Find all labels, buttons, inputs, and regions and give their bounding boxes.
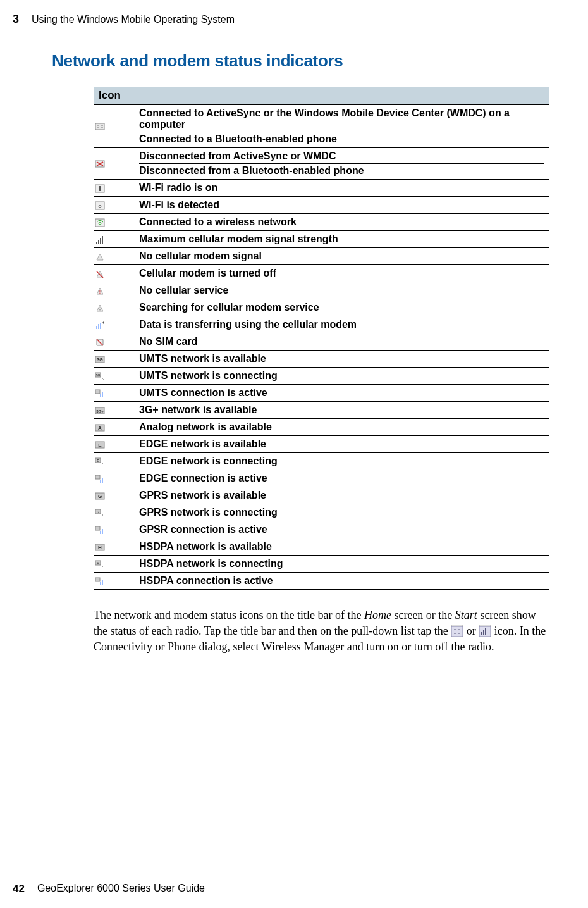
no-sim-icon	[95, 338, 105, 347]
signal-max-icon	[95, 235, 105, 244]
svg-rect-40	[102, 478, 103, 483]
svg-text:G: G	[97, 510, 99, 514]
chapter-header: 3 Using the Windows Mobile Operating Sys…	[13, 13, 550, 26]
gprs-active-icon	[95, 526, 105, 535]
umts-connecting-icon: 3G	[95, 372, 105, 381]
table-cell-desc: Disconnected from ActiveSync or WMDC	[139, 151, 544, 164]
svg-rect-61	[485, 628, 486, 635]
table-cell-desc: UMTS connection is active	[134, 385, 549, 402]
table-row: Disconnected from ActiveSync or WMDC Dis…	[94, 148, 549, 180]
table-cell-desc: Maximum cellular modem signal strength	[134, 231, 549, 248]
table-cell-desc: Connected to a Bluetooth-enabled phone	[139, 134, 544, 145]
svg-point-7	[99, 224, 101, 225]
table-row: Searching for cellular modem service	[94, 299, 549, 316]
table-row: Connected to a wireless network	[94, 214, 549, 231]
svg-rect-54	[95, 578, 100, 581]
svg-point-53	[102, 566, 103, 567]
table-cell-desc: 3G+ network is available	[134, 402, 549, 419]
svg-rect-47	[100, 531, 101, 534]
table-cell-desc: EDGE connection is active	[134, 470, 549, 487]
wifi-on-icon	[95, 184, 105, 193]
table-cell-desc: EDGE network is available	[134, 436, 549, 453]
page: 3 Using the Windows Mobile Operating Sys…	[0, 0, 588, 908]
table-row: E EDGE network is connecting	[94, 453, 549, 470]
table-cell-desc: Cellular modem is turned off	[134, 265, 549, 282]
svg-text:G: G	[98, 494, 102, 499]
table-cell-desc: No cellular service	[134, 282, 549, 299]
svg-rect-15	[96, 326, 97, 329]
svg-rect-11	[102, 236, 103, 244]
svg-text:A: A	[98, 425, 102, 431]
table-row: 3G UMTS network is connecting	[94, 368, 549, 385]
table-cell-desc: Searching for cellular modem service	[134, 299, 549, 316]
table-row: H HSDPA network is available	[94, 538, 549, 556]
gprs-connecting-icon: G	[95, 509, 105, 518]
no-service-icon: !	[95, 287, 105, 295]
table-cell-desc: No cellular modem signal	[134, 248, 549, 265]
table-cell-desc: GPRS network is connecting	[134, 504, 549, 521]
svg-rect-57	[451, 626, 463, 637]
svg-rect-16	[98, 324, 99, 329]
table-row: Wi-Fi is detected	[94, 197, 549, 214]
table-header-icon: Icon	[94, 87, 549, 105]
svg-rect-9	[98, 240, 99, 244]
table-cell-desc: No SIM card	[134, 333, 549, 351]
table-cell-desc: Wi-Fi radio is on	[134, 180, 549, 197]
svg-text:3G: 3G	[97, 358, 103, 362]
gprs-available-icon: G	[95, 492, 105, 501]
svg-rect-59	[481, 632, 482, 635]
svg-text:H: H	[97, 561, 99, 565]
table-row: 3G UMTS network is available	[94, 351, 549, 368]
table-row: H HSDPA network is connecting	[94, 556, 549, 573]
svg-rect-39	[100, 480, 101, 483]
table-cell-desc: UMTS network is available	[134, 351, 549, 368]
data-transfer-icon	[95, 321, 105, 330]
table-row: G GPRS network is available	[94, 487, 549, 504]
chapter-title: Using the Windows Mobile Operating Syste…	[32, 14, 235, 25]
svg-rect-56	[102, 580, 103, 585]
page-footer: 42 GeoExplorer 6000 Series User Guide	[13, 883, 205, 895]
svg-rect-48	[102, 529, 103, 534]
svg-text:H: H	[98, 545, 102, 550]
connectivity-icon	[451, 625, 463, 636]
svg-rect-38	[95, 475, 100, 479]
table-cell-desc: Analog network is available	[134, 419, 549, 436]
hsdpa-connecting-icon: H	[95, 560, 105, 569]
table-cell-desc: Connected to a wireless network	[134, 214, 549, 231]
svg-rect-17	[100, 323, 101, 329]
page-number: 42	[13, 883, 25, 895]
3gplus-available-icon: 3G+	[95, 406, 105, 415]
hsdpa-active-icon	[95, 577, 105, 586]
table-row: 3G+ 3G+ network is available	[94, 402, 549, 419]
umts-available-icon: 3G	[95, 355, 105, 364]
modem-off-icon	[95, 270, 105, 278]
edge-available-icon: E	[95, 440, 105, 449]
svg-rect-27	[100, 394, 101, 397]
svg-text:3G+: 3G+	[96, 409, 104, 413]
table-cell-desc: Data is transferring using the cellular …	[134, 316, 549, 333]
activesync-disconnected-icon	[95, 159, 105, 168]
svg-rect-60	[483, 630, 484, 635]
signal-none-icon	[95, 252, 105, 261]
table-row: A Analog network is available	[94, 419, 549, 436]
svg-text:E: E	[98, 442, 102, 448]
svg-rect-10	[100, 238, 101, 244]
svg-text:3G: 3G	[96, 373, 101, 377]
table-cell-desc: Wi-Fi is detected	[134, 197, 549, 214]
section-title: Network and modem status indicators	[52, 51, 550, 71]
status-icon-table: Icon Connected to ActiveSync or the Wind…	[94, 87, 549, 590]
svg-point-45	[102, 514, 103, 516]
umts-active-icon	[95, 389, 105, 398]
edge-active-icon	[95, 475, 105, 483]
table-row: Data is transferring using the cellular …	[94, 316, 549, 333]
edge-connecting-icon: E	[95, 457, 105, 466]
svg-rect-8	[96, 242, 97, 244]
table-cell-desc: UMTS network is connecting	[134, 368, 549, 385]
table-row: G GPRS network is connecting	[94, 504, 549, 521]
analog-available-icon: A	[95, 423, 105, 432]
table-row: Wi-Fi radio is on	[94, 180, 549, 197]
svg-rect-3	[99, 186, 101, 191]
signal-searching-icon	[95, 304, 105, 313]
hsdpa-available-icon: H	[95, 543, 105, 552]
table-cell-desc: GPSR connection is active	[134, 521, 549, 538]
